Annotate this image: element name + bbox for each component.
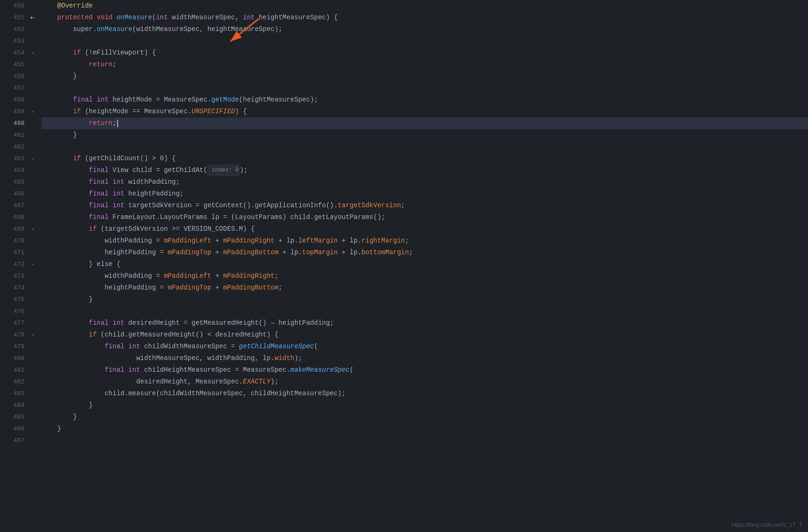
code-line [41,35,808,47]
line-number: 487 [4,435,24,446]
token: int [243,12,255,23]
gutter-icon [28,399,38,411]
gutter-icon [28,423,38,435]
gutter-icon: ▾ [28,153,38,164]
code-content[interactable]: @Override protected void onMeasure(int w… [38,0,808,532]
gutter-icon: ●▾ [28,12,38,23]
fold-icon[interactable]: ▾ [32,262,34,267]
code-line: heightPadding = mPaddingTop + mPaddingBo… [41,282,808,294]
line-number: 480 [4,352,24,364]
token: child.measure(childWidthMeasureSpec, chi… [41,388,346,399]
token: + lp. [278,247,302,258]
line-number: 486 [4,423,24,435]
line-number: 473 [4,270,24,282]
code-line: } [41,399,808,411]
line-number: 468 [4,211,24,223]
token: } [41,423,61,435]
token: widthPadding = [41,270,164,282]
token [109,317,112,329]
gutter-icon [28,435,38,446]
token: final [89,317,109,329]
token [41,211,89,223]
code-editor: 4504514524534544554564574584594604614624… [0,0,808,532]
token: final [89,211,109,223]
code-line: } else { [41,258,808,270]
fold-icon[interactable]: ▾ [32,156,34,162]
token: ; [405,235,409,247]
fold-icon[interactable]: ▾ [33,15,36,21]
token [93,94,96,106]
token [109,188,112,200]
token: widthMeasureSpec, widthPadding, lp. [41,352,275,364]
gutter-icon [28,294,38,305]
token: int [112,188,124,200]
code-line: @Override [41,0,808,12]
fold-icon[interactable]: ▾ [32,50,34,56]
code-line: child.measure(childWidthMeasureSpec, chi… [41,388,808,399]
token: mPaddingLeft [164,235,211,247]
gutter-icon: ▾ [28,106,38,117]
code-line: if (targetSdkVersion >= VERSION_CODES.M)… [41,223,808,235]
token [41,164,89,176]
line-number: 459 [4,106,24,117]
token: (widthMeasureSpec, heightMeasureSpec); [132,23,282,35]
gutter-icon [28,141,38,153]
token: (getChildCount() > 0) { [81,153,176,164]
token: desiredHeight, MeasureSpec. [41,376,243,388]
fold-icon[interactable]: ▾ [32,227,34,232]
token [41,47,73,59]
code-line: if (heightMode == MeasureSpec.UNSPECIFIE… [41,106,808,117]
token: if [89,329,97,341]
gutter-icon [28,270,38,282]
gutter-icon [28,200,38,211]
line-number: 483 [4,388,24,399]
line-number: 475 [4,294,24,305]
gutter-icon [28,117,38,129]
code-line: } [41,423,808,435]
line-number: 463 [4,153,24,164]
token [41,12,57,23]
token: ); [294,352,302,364]
fold-icon[interactable]: ▾ [32,109,34,115]
token: ( [314,341,318,352]
line-number: 481 [4,364,24,376]
token [41,200,89,211]
token: View child = getChildAt( [109,164,207,176]
code-line: final int childHeightMeasureSpec = Measu… [41,364,808,376]
gutter-icon [28,164,38,176]
gutter-icon: ▾ [28,47,38,59]
token: if [89,223,97,235]
gutter-icon [28,176,38,188]
line-number: 450 [4,0,24,12]
token: ; [112,59,116,70]
code-line: } [41,411,808,423]
fold-icon[interactable]: ▾ [32,332,34,338]
gutter-icon [28,317,38,329]
token: ; [409,247,412,258]
code-line: widthPadding = mPaddingLeft + mPaddingRi… [41,270,808,282]
code-line: final int desiredHeight = getMeasuredHei… [41,317,808,329]
token: getChildMeasureSpec [239,341,314,352]
line-number: 470 [4,235,24,247]
token [41,106,73,117]
token: childWidthMeasureSpec = [140,341,239,352]
token: int [128,341,140,352]
gutter-icon [28,341,38,352]
line-number: 460 [4,117,24,129]
token: final [89,188,109,200]
line-number: 472 [4,258,24,270]
token: ( [152,12,156,23]
code-line: final int heightPadding; [41,188,808,200]
code-line [41,82,808,94]
gutter-icon [28,211,38,223]
gutter-icon [28,82,38,94]
token: (!mFillViewport) { [81,47,156,59]
text-cursor [117,120,118,127]
token: ; [275,270,278,282]
token: + lp. [275,235,298,247]
token: if [73,47,81,59]
token: mPaddingTop [168,282,211,294]
token: widthPadding; [124,176,180,188]
token: childHeightMeasureSpec = MeasureSpec. [140,364,290,376]
token: final [89,200,109,211]
